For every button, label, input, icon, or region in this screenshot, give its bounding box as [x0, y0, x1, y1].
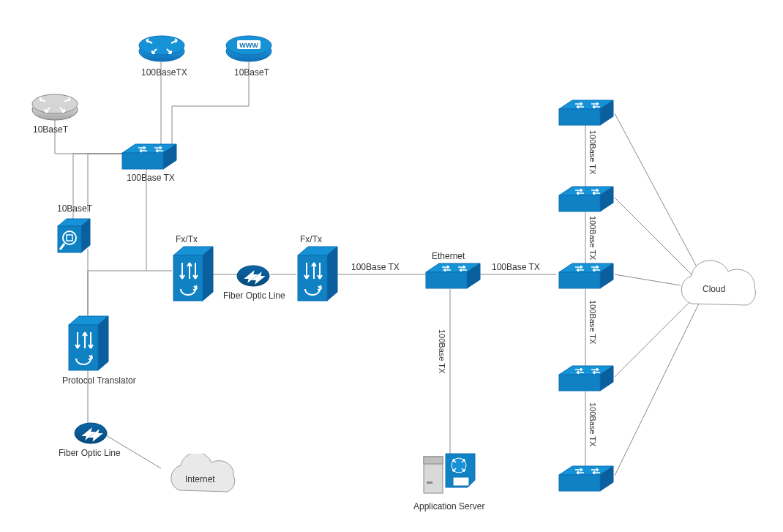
svg-rect-45 — [559, 272, 600, 288]
svg-rect-26 — [298, 255, 327, 301]
fxtx1-icon — [171, 245, 211, 296]
svg-rect-16 — [122, 153, 163, 169]
svg-rect-34 — [453, 477, 469, 486]
switch-r5-icon — [558, 465, 609, 494]
edge-label-v2: 100Base TX — [588, 130, 597, 174]
svg-rect-29 — [426, 272, 467, 288]
cloud-label: Cloud — [703, 284, 725, 294]
switch-ethernet-icon — [424, 262, 476, 291]
app-server-icon — [421, 448, 479, 501]
edge-label-v3: 100Base TX — [588, 216, 597, 260]
fiber2-label: Fiber Optic Line — [59, 448, 121, 458]
svg-rect-19 — [69, 325, 98, 370]
fxtx1-label: Fx/Tx — [176, 234, 198, 244]
proto-translator-label: Protocol Translator — [62, 375, 136, 386]
magnifier-cube-icon — [55, 216, 91, 252]
router-blue-icon — [138, 33, 186, 61]
magnifier-label: 10BaseT — [57, 203, 92, 214]
router-gray-icon — [31, 91, 79, 119]
edge-label-v5: 100Base TX — [588, 402, 597, 446]
svg-point-3 — [139, 36, 184, 55]
svg-point-1 — [32, 94, 78, 113]
switch-r3-icon — [558, 262, 609, 291]
svg-rect-22 — [173, 255, 203, 301]
internet-label: Internet — [185, 474, 215, 484]
diagram-canvas: 10BaseT 100BaseTX WWW 10BaseT 10BaseT — [0, 0, 783, 532]
switch-r4-icon — [558, 364, 609, 394]
fiber1-label: Fiber Optic Line — [223, 291, 285, 301]
router-www-icon: WWW — [225, 33, 273, 61]
router-gray-label: 10BaseT — [33, 124, 68, 135]
svg-rect-42 — [559, 195, 600, 211]
switch-left-icon — [121, 143, 172, 172]
switch-left-label: 100Base TX — [127, 173, 175, 183]
fiber1-icon — [236, 263, 265, 284]
switch-r1-icon — [558, 99, 609, 128]
edge-label-1: 100Base TX — [351, 262, 400, 272]
app-server-label: Application Server — [413, 501, 484, 512]
fxtx2-icon — [295, 245, 336, 296]
svg-rect-51 — [559, 475, 600, 491]
svg-rect-32 — [427, 482, 432, 484]
edge-label-v1: 100Base TX — [438, 329, 446, 373]
svg-rect-39 — [559, 109, 600, 125]
svg-text:WWW: WWW — [239, 42, 258, 49]
svg-marker-18 — [98, 316, 108, 370]
svg-rect-48 — [559, 375, 600, 391]
switch-ethernet-label: Ethernet — [432, 251, 465, 261]
router-www-label: 10BaseT — [234, 67, 269, 78]
edge-label-2: 100Base TX — [492, 262, 540, 272]
svg-marker-21 — [203, 247, 213, 301]
router-blue-label: 100BaseTX — [141, 67, 187, 78]
fiber2-icon — [73, 421, 102, 441]
svg-marker-25 — [327, 247, 337, 301]
svg-rect-31 — [424, 457, 443, 464]
switch-r2-icon — [558, 185, 609, 214]
proto-translator-icon — [66, 315, 107, 366]
fxtx2-label: Fx/Tx — [300, 234, 322, 244]
edge-label-v4: 100Base TX — [588, 300, 597, 344]
